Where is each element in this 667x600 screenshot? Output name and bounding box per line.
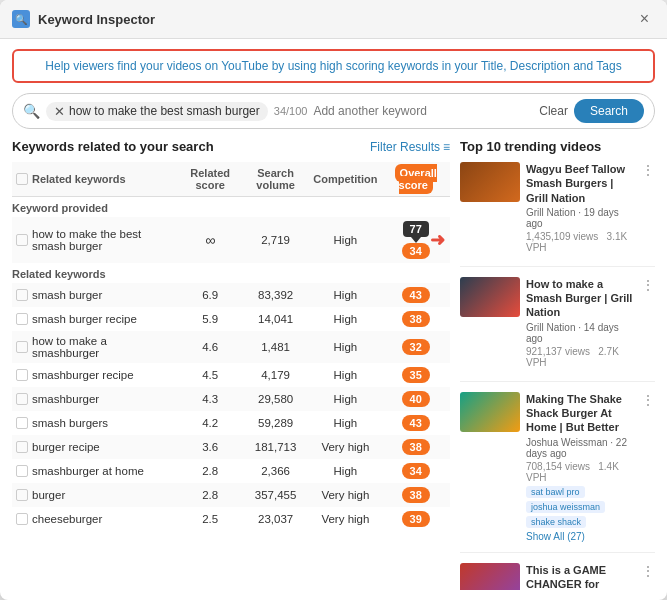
title-bar-left: 🔍 Keyword Inspector — [12, 10, 155, 28]
filter-label: Filter Results — [370, 140, 440, 154]
search-volume-cell: 23,037 — [242, 507, 309, 531]
video-tag: sat bawl pro — [526, 486, 585, 498]
clear-button[interactable]: Clear — [539, 104, 568, 118]
overall-score-cell: 40 — [381, 387, 450, 411]
video-title: Wagyu Beef Tallow Smash Burgers | Grill … — [526, 162, 635, 205]
video-title: Making The Shake Shack Burger At Home | … — [526, 392, 635, 435]
tooltip-arrow — [411, 237, 421, 243]
keyword-name: cheeseburger — [32, 513, 102, 525]
keyword-count: 34/100 — [274, 105, 308, 117]
row-checkbox[interactable] — [16, 234, 28, 246]
col-related-keywords: Related keywords — [32, 173, 126, 185]
window-title: Keyword Inspector — [38, 12, 155, 27]
col-related-score: Related score — [178, 162, 241, 197]
search-volume-cell: 83,392 — [242, 283, 309, 307]
related-score-cell: 4.5 — [178, 363, 241, 387]
overall-score-cell: 38 — [381, 435, 450, 459]
keyword-name: burger — [32, 489, 65, 501]
row-checkbox[interactable] — [16, 465, 28, 477]
table-row: cheeseburger 2.5 23,037 Very high 39 — [12, 507, 450, 531]
search-volume-cell: 2,366 — [242, 459, 309, 483]
row-checkbox[interactable] — [16, 341, 28, 353]
row-checkbox[interactable] — [16, 441, 28, 453]
more-options-button[interactable]: ⋮ — [641, 277, 655, 293]
remove-keyword-icon[interactable]: ✕ — [54, 104, 65, 119]
row-checkbox[interactable] — [16, 393, 28, 405]
select-all-checkbox[interactable] — [16, 173, 28, 185]
video-info: Wagyu Beef Tallow Smash Burgers | Grill … — [526, 162, 635, 256]
video-tag: joshua weissman — [526, 501, 605, 513]
row-checkbox[interactable] — [16, 313, 28, 325]
tooltip: 77 ➜ — [403, 221, 429, 243]
related-score-cell: 2.5 — [178, 507, 241, 531]
video-title: How to make a Smash Burger | Grill Natio… — [526, 277, 635, 320]
competition-cell: High — [309, 283, 381, 307]
more-options-button[interactable]: ⋮ — [641, 392, 655, 408]
table-row: smash burger recipe 5.9 14,041 High 38 — [12, 307, 450, 331]
related-score-cell: ∞ — [178, 217, 241, 263]
table-row: how to make a smashburger 4.6 1,481 High… — [12, 331, 450, 363]
videos-container: Wagyu Beef Tallow Smash Burgers | Grill … — [460, 162, 655, 590]
video-channel: Grill Nation · 19 days ago — [526, 207, 635, 229]
video-stats: 708,154 views 1.4K VPH — [526, 461, 635, 483]
table-row: how to make the best smash burger ∞ 2,71… — [12, 217, 450, 263]
score-badge: 40 — [402, 391, 430, 407]
row-checkbox[interactable] — [16, 513, 28, 525]
score-badge: 35 — [402, 367, 430, 383]
score-badge: 43 — [402, 415, 430, 431]
filter-results-button[interactable]: Filter Results ≡ — [370, 140, 450, 154]
filter-icon: ≡ — [443, 140, 450, 154]
section-keyword-provided: Keyword provided — [12, 197, 450, 218]
more-options-button[interactable]: ⋮ — [641, 563, 655, 579]
left-panel: Keywords related to your search Filter R… — [12, 139, 450, 590]
score-badge: 38 — [402, 439, 430, 455]
keyword-name: smash burgers — [32, 417, 108, 429]
content-area: Help viewers find your videos on YouTube… — [0, 39, 667, 600]
video-info: This is a GAME CHANGER for Burgers ThatD… — [526, 563, 635, 590]
close-button[interactable]: × — [634, 8, 655, 30]
video-thumbnail[interactable] — [460, 162, 520, 202]
video-thumbnail[interactable] — [460, 277, 520, 317]
competition-cell: Very high — [309, 483, 381, 507]
more-options-button[interactable]: ⋮ — [641, 162, 655, 178]
row-checkbox[interactable] — [16, 289, 28, 301]
video-channel: Joshua Weissman · 22 days ago — [526, 437, 635, 459]
related-score-cell: 3.6 — [178, 435, 241, 459]
search-button[interactable]: Search — [574, 99, 644, 123]
keyword-name: how to make a smashburger — [32, 335, 174, 359]
row-checkbox[interactable] — [16, 369, 28, 381]
keyword-name: how to make the best smash burger — [32, 228, 174, 252]
competition-cell: Very high — [309, 507, 381, 531]
right-panel: Top 10 trending videos Wagyu Beef Tallow… — [460, 139, 655, 590]
title-bar: 🔍 Keyword Inspector × — [0, 0, 667, 39]
competition-cell: High — [309, 363, 381, 387]
overall-score-header: Overall score — [395, 164, 437, 194]
show-all-tags[interactable]: Show All (27) — [526, 531, 585, 542]
related-score-cell: 5.9 — [178, 307, 241, 331]
keyword-name: smash burger recipe — [32, 313, 137, 325]
score-badge: 39 — [402, 511, 430, 527]
add-keyword-input[interactable] — [313, 104, 533, 118]
app-icon: 🔍 — [12, 10, 30, 28]
search-volume-cell: 4,179 — [242, 363, 309, 387]
row-checkbox[interactable] — [16, 417, 28, 429]
row-checkbox[interactable] — [16, 489, 28, 501]
keyword-name: burger recipe — [32, 441, 100, 453]
video-info: Making The Shake Shack Burger At Home | … — [526, 392, 635, 542]
related-score-cell: 4.2 — [178, 411, 241, 435]
score-badge: 34 — [402, 243, 430, 259]
search-bar: 🔍 ✕ how to make the best smash burger 34… — [12, 93, 655, 129]
left-panel-header: Keywords related to your search Filter R… — [12, 139, 450, 154]
section-related-keywords: Related keywords — [12, 263, 450, 283]
video-thumbnail[interactable] — [460, 392, 520, 432]
search-volume-cell: 59,289 — [242, 411, 309, 435]
score-badge: 38 — [402, 311, 430, 327]
score-badge: 38 — [402, 487, 430, 503]
search-volume-cell: 1,481 — [242, 331, 309, 363]
video-title: This is a GAME CHANGER for Burgers — [526, 563, 635, 590]
video-card: This is a GAME CHANGER for Burgers ThatD… — [460, 563, 655, 590]
overall-score-cell: 34 — [381, 459, 450, 483]
video-card: Making The Shake Shack Burger At Home | … — [460, 392, 655, 553]
table-row: smash burgers 4.2 59,289 High 43 — [12, 411, 450, 435]
video-thumbnail[interactable] — [460, 563, 520, 590]
